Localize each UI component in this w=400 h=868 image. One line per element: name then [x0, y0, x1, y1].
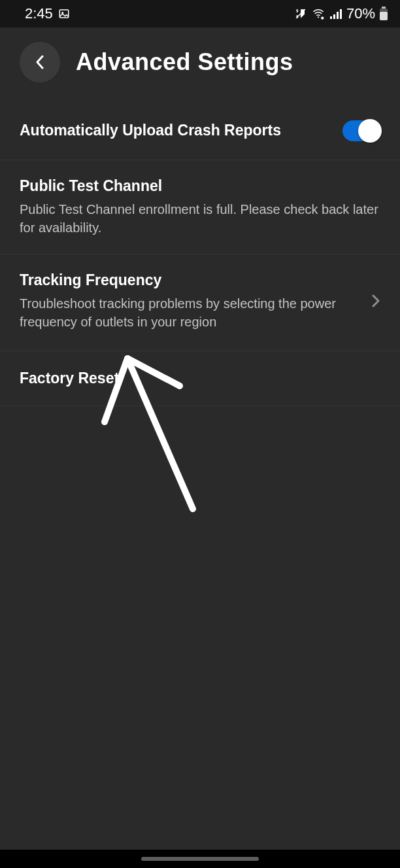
- factory-reset-title: Factory Reset: [20, 368, 380, 389]
- svg-rect-7: [337, 12, 339, 19]
- svg-point-3: [318, 16, 319, 18]
- setting-factory-reset[interactable]: Factory Reset: [0, 351, 400, 406]
- svg-text:+: +: [321, 16, 324, 20]
- crash-reports-toggle[interactable]: [342, 120, 380, 141]
- tracking-freq-subtitle: Troubleshoot tracking problems by select…: [20, 294, 358, 331]
- app-screen: 2:45: [0, 0, 400, 850]
- status-time: 2:45: [25, 5, 53, 22]
- crash-reports-title: Automatically Upload Crash Reports: [20, 120, 329, 141]
- svg-rect-8: [340, 9, 342, 19]
- chevron-right-icon: [371, 294, 380, 308]
- signal-icon: [329, 8, 342, 20]
- page-title: Advanced Settings: [76, 48, 293, 76]
- page-header: Advanced Settings: [0, 27, 400, 92]
- setting-crash-reports[interactable]: Automatically Upload Crash Reports: [0, 107, 400, 160]
- svg-rect-5: [330, 16, 332, 19]
- toggle-knob: [358, 119, 382, 143]
- svg-rect-11: [380, 12, 388, 20]
- svg-rect-0: [59, 10, 69, 18]
- battery-icon: [379, 7, 388, 21]
- status-left: 2:45: [25, 5, 70, 22]
- vibrate-icon: [294, 8, 307, 20]
- status-battery: 70%: [346, 5, 375, 22]
- tracking-freq-title: Tracking Frequency: [20, 270, 358, 290]
- chevron-left-icon: [35, 55, 44, 69]
- system-nav-bar: [0, 850, 400, 868]
- svg-rect-9: [382, 7, 386, 9]
- wifi-icon: +: [311, 8, 325, 20]
- back-button[interactable]: [20, 42, 60, 82]
- setting-tracking-frequency[interactable]: Tracking Frequency Troubleshoot tracking…: [0, 254, 400, 351]
- ptc-title: Public Test Channel: [20, 176, 380, 196]
- ptc-subtitle: Public Test Channel enrollment is full. …: [20, 200, 380, 237]
- picture-icon: [58, 8, 70, 20]
- setting-public-test-channel[interactable]: Public Test Channel Public Test Channel …: [0, 160, 400, 254]
- svg-rect-6: [333, 14, 335, 19]
- settings-list: Automatically Upload Crash Reports Publi…: [0, 107, 400, 406]
- status-bar: 2:45: [0, 0, 400, 27]
- status-right: + 70%: [294, 5, 388, 22]
- system-nav-handle[interactable]: [141, 857, 259, 861]
